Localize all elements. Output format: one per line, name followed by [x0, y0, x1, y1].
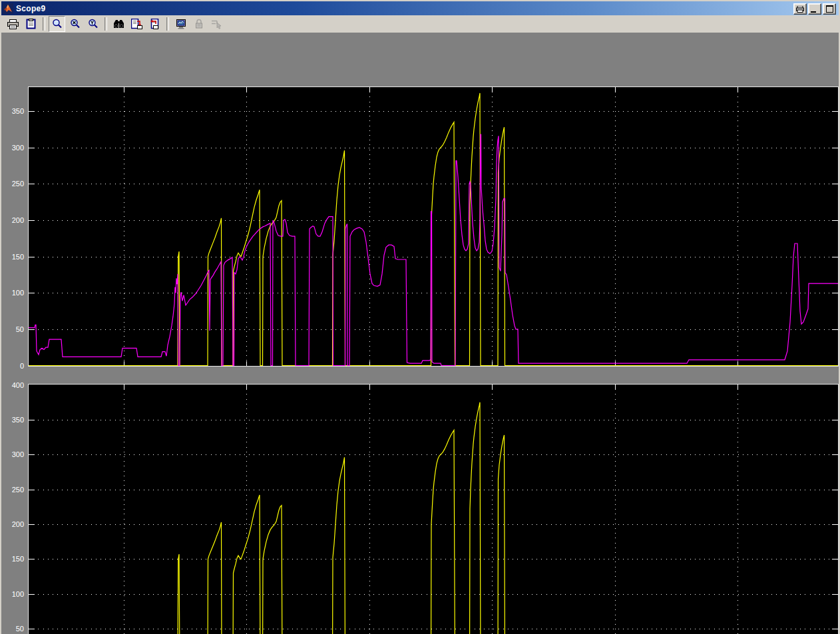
zoom-button[interactable]	[49, 16, 65, 32]
y-tick-label: 200	[1, 216, 24, 224]
titlebar[interactable]: Scope9	[1, 1, 839, 15]
y-tick-label: 150	[1, 253, 24, 261]
y-tick-label: 300	[1, 450, 24, 458]
zoom-icon	[52, 19, 63, 29]
zoom-x-button[interactable]	[67, 16, 83, 32]
printer-icon	[796, 6, 804, 13]
binoculars-icon	[113, 19, 124, 29]
lock-icon	[194, 19, 204, 29]
scope-content: 3503002502001501005004003503002502001501…	[1, 33, 840, 634]
trace-signal1	[29, 93, 838, 366]
toolbar-separator	[105, 17, 107, 31]
y-tick-label: 300	[1, 144, 24, 152]
y-tick-label: 200	[1, 520, 24, 528]
minimize-icon	[811, 11, 816, 13]
y-tick-label: 100	[1, 590, 24, 598]
y-tick-label: 150	[1, 555, 24, 563]
y-tick-label: 0	[1, 362, 24, 370]
save-axes-icon	[131, 19, 142, 29]
zoom-y-button[interactable]	[85, 16, 101, 32]
toolbar-separator	[166, 17, 169, 31]
parameters-button[interactable]	[23, 16, 39, 32]
scope-window: Scope9	[0, 0, 840, 634]
maximize-button[interactable]	[823, 3, 836, 15]
y-tick-label: 50	[1, 625, 24, 633]
restore-axes-button[interactable]	[146, 16, 163, 32]
maximize-icon	[826, 5, 833, 13]
y-tick-label: 100	[1, 289, 24, 297]
toolbar-separator	[43, 17, 45, 31]
floating-scope-button[interactable]	[172, 16, 189, 32]
zoom-y-icon	[88, 19, 99, 29]
autoscale-button[interactable]	[110, 16, 127, 32]
trace-signal2	[29, 134, 838, 365]
y-tick-label: 250	[1, 486, 24, 494]
minimize-button[interactable]	[808, 3, 821, 15]
signal-selection-button[interactable]	[208, 16, 225, 32]
titlebar-print-button[interactable]	[793, 3, 807, 15]
signal-selection-icon	[211, 19, 222, 29]
y-tick-label: 350	[1, 107, 24, 115]
toolbar	[1, 15, 839, 33]
printer-icon	[7, 19, 19, 29]
window-title: Scope9	[16, 4, 46, 13]
y-tick-label: 250	[1, 180, 24, 188]
y-tick-label: 50	[1, 325, 24, 333]
print-button[interactable]	[5, 16, 21, 32]
scope-plot-bottom[interactable]	[28, 384, 839, 634]
parameters-icon	[26, 19, 36, 29]
restore-axes-icon	[149, 19, 160, 29]
floating-scope-icon	[176, 19, 186, 29]
matlab-logo-icon	[3, 3, 13, 14]
trace-signal1	[29, 402, 838, 634]
save-axes-button[interactable]	[128, 16, 145, 32]
y-tick-label: 400	[1, 381, 24, 389]
scope-plot-top[interactable]	[28, 86, 839, 367]
y-tick-label: 350	[1, 416, 24, 424]
zoom-x-icon	[70, 19, 81, 29]
lock-axes-button[interactable]	[190, 16, 207, 32]
